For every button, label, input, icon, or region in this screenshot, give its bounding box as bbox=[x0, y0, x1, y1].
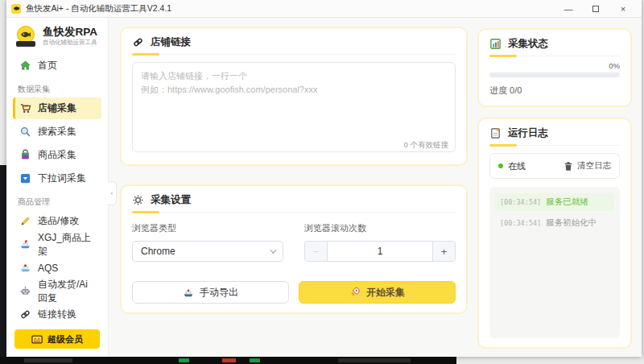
log-entry: [00:34:54] 服务已就绪 bbox=[495, 193, 614, 211]
app-window: 鱼快发Ai+ - 自动化辅助运营工具V2.4.1 — × 鱼快发RPA 自动化辅… bbox=[6, 0, 642, 357]
sidebar-collapse-handle[interactable]: ‹ bbox=[108, 181, 117, 205]
taskbar-mark-green1 bbox=[179, 358, 189, 362]
manual-export-button[interactable]: 手动导出 bbox=[132, 281, 289, 304]
scroll-count-value[interactable]: 1 bbox=[328, 242, 432, 261]
sidebar-item-home[interactable]: 首页 bbox=[13, 55, 101, 77]
fish-logo-icon bbox=[16, 26, 37, 47]
trash-icon bbox=[564, 161, 573, 172]
app-logo-icon bbox=[11, 4, 21, 14]
browser-type-select[interactable]: Chrome bbox=[132, 241, 283, 262]
sidebar-item-label: AQS bbox=[38, 263, 58, 274]
note-icon bbox=[489, 127, 502, 139]
sidebar-item-shop-collect[interactable]: 店铺采集 bbox=[13, 97, 101, 119]
clear-log-label: 清空日志 bbox=[577, 160, 611, 172]
card-title: 运行日志 bbox=[508, 126, 548, 140]
robot-icon bbox=[19, 285, 31, 297]
taskbar-mark-gray1 bbox=[24, 358, 72, 362]
card-title: 店铺链接 bbox=[151, 35, 191, 49]
ship-icon bbox=[19, 238, 31, 250]
cart-icon bbox=[19, 102, 31, 114]
progress-label: 进度 0/0 bbox=[489, 85, 620, 97]
sidebar-item-label: 选品/修改 bbox=[38, 214, 79, 228]
maximize-icon bbox=[592, 6, 599, 12]
run-log-card: 运行日志 在线 清空日志 bbox=[477, 118, 632, 349]
manual-export-label: 手动导出 bbox=[200, 286, 238, 300]
log-list[interactable]: [00:34:54] 服务已就绪 [00:34:54] 服务初始化中 bbox=[489, 187, 620, 338]
sidebar-item-label: 下拉词采集 bbox=[38, 172, 86, 185]
app-subtitle: 自动化辅助运营工具 bbox=[43, 39, 97, 47]
home-icon bbox=[19, 60, 31, 72]
sidebar-item-product-collect[interactable]: 商品采集 bbox=[13, 144, 101, 166]
progress-bar bbox=[489, 72, 620, 77]
online-dot-icon bbox=[498, 163, 503, 168]
collect-status-card: 采集状态 0% 进度 0/0 bbox=[477, 28, 632, 107]
chain-link-icon bbox=[132, 36, 144, 48]
title-underline bbox=[489, 55, 517, 57]
sidebar-nav: 首页 数据采集 店铺采集 搜索采集 bbox=[6, 53, 108, 325]
collect-settings-card: 采集设置 浏览器类型 Chrome 浏览器滚动次数 bbox=[120, 184, 468, 314]
online-status: 在线 bbox=[498, 160, 526, 172]
export-icon bbox=[183, 287, 194, 298]
minimize-button[interactable]: — bbox=[555, 0, 582, 18]
sidebar-logo-row: 鱼快发RPA 自动化辅助运营工具 bbox=[6, 24, 108, 53]
start-collect-label: 开始采集 bbox=[366, 286, 405, 300]
section-label-data: 数据采集 bbox=[18, 84, 97, 95]
pencil-icon bbox=[19, 215, 31, 227]
log-timestamp: [00:34:54] bbox=[500, 219, 541, 227]
stepper-decrease-button[interactable]: − bbox=[305, 242, 328, 261]
membership-badge-icon bbox=[31, 335, 43, 344]
title-underline bbox=[132, 211, 159, 213]
clear-log-button[interactable]: 清空日志 bbox=[564, 160, 611, 172]
stepper-increase-button[interactable]: + bbox=[432, 242, 455, 261]
taskbar-mark-red bbox=[222, 358, 236, 362]
sidebar-item-xgj-listing[interactable]: XGJ_商品上架 bbox=[13, 234, 101, 255]
sidebar-item-search-collect[interactable]: 搜索采集 bbox=[13, 121, 101, 143]
log-message: 服务初始化中 bbox=[546, 217, 597, 229]
sidebar: 鱼快发RPA 自动化辅助运营工具 首页 数据采集 店铺采集 bbox=[6, 18, 109, 357]
gear-icon bbox=[132, 194, 144, 206]
sidebar-item-label: 搜索采集 bbox=[38, 125, 76, 139]
rocket-icon bbox=[349, 287, 361, 298]
sidebar-item-label: 店铺采集 bbox=[38, 101, 76, 115]
browser-type-label: 浏览器类型 bbox=[132, 222, 283, 234]
log-status-bar: 在线 清空日志 bbox=[489, 153, 620, 179]
section-label-product: 商品管理 bbox=[18, 196, 97, 208]
start-collect-button[interactable]: 开始采集 bbox=[299, 281, 456, 304]
sidebar-item-select-modify[interactable]: 选品/修改 bbox=[13, 210, 101, 232]
log-message: 服务已就绪 bbox=[546, 196, 588, 208]
dropdown-word-icon bbox=[19, 172, 31, 184]
scroll-count-stepper: − 1 + bbox=[304, 241, 456, 262]
titlebar[interactable]: 鱼快发Ai+ - 自动化辅助运营工具V2.4.1 — × bbox=[6, 0, 642, 18]
super-member-button[interactable]: 超级会员 bbox=[14, 329, 100, 349]
taskbar-mark-green2 bbox=[250, 358, 260, 362]
sidebar-item-label: 自动发货/Ai回复 bbox=[38, 278, 95, 305]
app-name: 鱼快发RPA bbox=[43, 26, 97, 38]
main-content: 店铺链接 0 个有效链接 采集设置 bbox=[109, 18, 642, 357]
shopping-bag-icon bbox=[19, 149, 31, 161]
taskbar-mark-gray2 bbox=[338, 358, 411, 362]
maximize-button[interactable] bbox=[582, 0, 609, 18]
sidebar-item-label: XGJ_商品上架 bbox=[38, 231, 95, 259]
shop-links-textarea[interactable] bbox=[132, 62, 456, 152]
sidebar-item-aqs[interactable]: AQS bbox=[13, 257, 101, 279]
title-underline bbox=[132, 53, 159, 56]
window-title: 鱼快发Ai+ - 自动化辅助运营工具V2.4.1 bbox=[26, 3, 171, 14]
ship-icon bbox=[19, 262, 31, 274]
collapse-arrow-icon: ‹ bbox=[111, 189, 114, 197]
sidebar-item-label: 链接转换 bbox=[38, 308, 76, 321]
super-member-label: 超级会员 bbox=[47, 333, 83, 345]
progress-percent: 0% bbox=[489, 61, 620, 70]
online-label: 在线 bbox=[508, 160, 526, 172]
search-icon bbox=[19, 126, 31, 138]
chain-link-icon bbox=[19, 308, 31, 321]
title-underline bbox=[489, 144, 517, 147]
sidebar-item-dropdown-collect[interactable]: 下拉词采集 bbox=[13, 168, 101, 189]
log-timestamp: [00:34:54] bbox=[500, 198, 541, 206]
sidebar-item-auto-reply[interactable]: 自动发货/Ai回复 bbox=[13, 280, 101, 302]
close-button[interactable]: × bbox=[609, 0, 637, 18]
sidebar-item-label: 首页 bbox=[38, 59, 57, 72]
sidebar-item-label: 商品采集 bbox=[38, 148, 76, 162]
card-title: 采集状态 bbox=[508, 37, 548, 51]
desktop-background-left bbox=[0, 165, 6, 364]
sidebar-item-link-convert[interactable]: 链接转换 bbox=[13, 304, 101, 325]
